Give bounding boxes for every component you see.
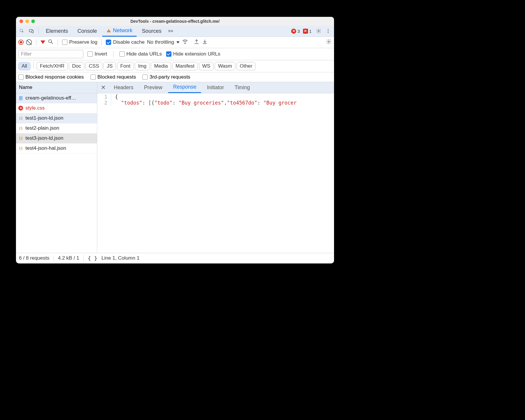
throttling-select[interactable]: No throttling: [147, 39, 179, 45]
request-name: test2-plain.json: [25, 125, 59, 131]
request-row[interactable]: ✕style.css: [16, 103, 97, 113]
request-row[interactable]: test1-json-ld.json: [16, 113, 97, 123]
search-icon[interactable]: [48, 39, 54, 46]
svg-point-8: [328, 32, 329, 33]
tab-console[interactable]: Console: [73, 25, 101, 37]
tab-sources[interactable]: Sources: [138, 25, 166, 37]
detail-tabs: ✕ Headers Preview Response Initiator Tim…: [97, 82, 334, 93]
close-detail-icon[interactable]: ✕: [98, 84, 108, 91]
checkbox-icon: [62, 40, 67, 45]
tab-network[interactable]: Network: [102, 25, 137, 37]
checkbox-icon: [142, 74, 148, 80]
hide-extension-urls-checkbox[interactable]: Hide extension URLs: [166, 51, 221, 57]
error-icon: ✕: [18, 106, 23, 110]
network-toolbar: Preserve log Disable cache No throttling: [16, 37, 334, 48]
settings-icon[interactable]: [315, 27, 323, 35]
svg-point-5: [318, 30, 320, 32]
more-tabs-icon[interactable]: [167, 27, 175, 35]
window-minimize-icon[interactable]: [25, 19, 29, 23]
request-row[interactable]: test3-json-ld.json: [16, 134, 97, 144]
response-body[interactable]: 1 { 2 "todos": [{"todo": "Buy groceries"…: [97, 93, 334, 253]
name-column-header[interactable]: Name: [16, 82, 97, 93]
issue-count[interactable]: ✕ 1: [303, 29, 312, 34]
error-count[interactable]: ✕ 3: [291, 29, 300, 34]
type-img[interactable]: Img: [135, 62, 150, 70]
svg-rect-4: [108, 31, 109, 32]
hide-extension-urls-label: Hide extension URLs: [173, 51, 221, 57]
request-list-panel: Name cream-gelatinous-eff…✕style.csstest…: [16, 82, 97, 253]
tab-elements[interactable]: Elements: [42, 25, 72, 37]
pretty-print-icon[interactable]: { }: [88, 255, 98, 261]
download-har-icon[interactable]: [202, 39, 208, 46]
svg-rect-3: [108, 30, 109, 31]
detail-tab-headers[interactable]: Headers: [109, 82, 138, 93]
disable-cache-checkbox[interactable]: Disable cache: [106, 39, 145, 45]
type-ws[interactable]: WS: [199, 62, 213, 70]
checkbox-icon: [119, 51, 125, 57]
network-settings-icon[interactable]: [326, 39, 332, 46]
json-icon: [18, 116, 23, 121]
detail-tab-initiator[interactable]: Initiator: [202, 82, 229, 93]
type-js[interactable]: JS: [103, 62, 116, 70]
detail-panel: ✕ Headers Preview Response Initiator Tim…: [97, 82, 334, 253]
request-name: cream-gelatinous-eff…: [25, 95, 76, 101]
filter-bar: Invert Hide data URLs Hide extension URL…: [16, 48, 334, 60]
main-tabbar: Elements Console Network Sources ✕ 3 ✕ 1: [16, 26, 334, 37]
hide-data-urls-label: Hide data URLs: [127, 51, 162, 57]
type-other[interactable]: Other: [236, 62, 256, 70]
request-name: test4-json-hal.json: [25, 145, 66, 151]
blocked-cookies-checkbox[interactable]: Blocked response cookies: [18, 74, 84, 80]
kebab-menu-icon[interactable]: [324, 27, 332, 35]
blocked-requests-label: Blocked requests: [98, 74, 136, 80]
window-maximize-icon[interactable]: [31, 19, 35, 23]
devtools-window: DevTools - cream-gelatinous-effect.glitc…: [16, 17, 334, 263]
checkbox-icon: [88, 51, 93, 57]
hide-data-urls-checkbox[interactable]: Hide data URLs: [119, 51, 162, 57]
type-manifest[interactable]: Manifest: [172, 62, 198, 70]
request-row[interactable]: test4-json-hal.json: [16, 144, 97, 154]
invert-checkbox[interactable]: Invert: [88, 51, 107, 57]
detail-tab-preview[interactable]: Preview: [139, 82, 167, 93]
titlebar: DevTools - cream-gelatinous-effect.glitc…: [16, 17, 334, 26]
upload-har-icon[interactable]: [194, 39, 200, 46]
preserve-log-checkbox[interactable]: Preserve log: [62, 39, 97, 45]
third-party-checkbox[interactable]: 3rd-party requests: [142, 74, 190, 80]
issue-count-value: 1: [309, 29, 312, 34]
disable-cache-label: Disable cache: [113, 39, 145, 45]
checkbox-icon: [90, 74, 96, 80]
record-button[interactable]: [18, 40, 24, 45]
type-fetch[interactable]: Fetch/XHR: [37, 62, 68, 70]
type-font[interactable]: Font: [117, 62, 134, 70]
extra-filters-row: Blocked response cookies Blocked request…: [16, 72, 334, 82]
blocked-requests-checkbox[interactable]: Blocked requests: [90, 74, 136, 80]
network-conditions-icon[interactable]: [182, 38, 188, 46]
warning-icon: [106, 28, 111, 33]
document-icon: [18, 96, 23, 100]
detail-tab-response[interactable]: Response: [168, 82, 201, 93]
clear-button[interactable]: [26, 39, 32, 45]
device-toggle-icon[interactable]: [27, 27, 35, 35]
filter-toggle-icon[interactable]: [40, 40, 45, 44]
type-css[interactable]: CSS: [85, 62, 102, 70]
tab-network-label: Network: [113, 27, 132, 34]
type-doc[interactable]: Doc: [69, 62, 84, 70]
json-icon: [18, 146, 23, 151]
throttling-value: No throttling: [147, 39, 174, 45]
inspect-icon[interactable]: [18, 27, 26, 35]
type-wasm[interactable]: Wasm: [215, 62, 235, 70]
tab-sources-label: Sources: [142, 28, 161, 34]
detail-tab-timing[interactable]: Timing: [230, 82, 255, 93]
chevron-down-icon: [176, 41, 179, 43]
type-media[interactable]: Media: [151, 62, 171, 70]
window-close-icon[interactable]: [20, 19, 23, 23]
request-row[interactable]: test2-plain.json: [16, 123, 97, 134]
request-row[interactable]: cream-gelatinous-eff…: [16, 93, 97, 103]
svg-rect-2: [32, 30, 33, 33]
svg-point-9: [48, 40, 51, 43]
filter-input[interactable]: [18, 50, 83, 58]
error-badge-icon: ✕: [291, 29, 296, 34]
type-all[interactable]: All: [18, 62, 30, 70]
json-icon: [18, 136, 23, 141]
svg-point-12: [328, 41, 330, 42]
checkbox-checked-icon: [166, 51, 171, 57]
